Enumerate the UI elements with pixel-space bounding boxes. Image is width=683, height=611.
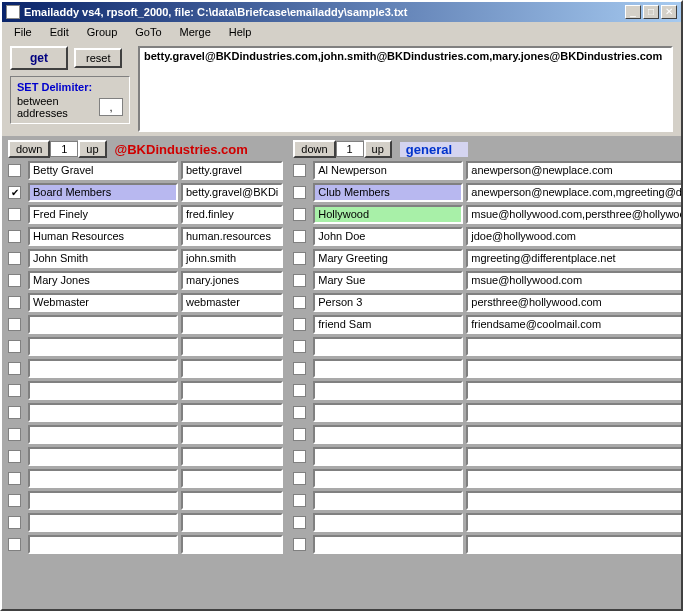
row-checkbox[interactable] (8, 406, 21, 419)
name-field[interactable] (28, 337, 178, 356)
row-checkbox[interactable] (8, 318, 21, 331)
row-checkbox[interactable] (293, 362, 306, 375)
email-field[interactable] (181, 513, 283, 532)
row-checkbox[interactable] (8, 494, 21, 507)
name-field[interactable] (28, 491, 178, 510)
email-field[interactable]: friendsame@coolmail.com (466, 315, 681, 334)
name-field[interactable] (28, 425, 178, 444)
email-field[interactable] (466, 447, 681, 466)
email-field[interactable] (466, 469, 681, 488)
row-checkbox[interactable] (8, 340, 21, 353)
menu-edit[interactable]: Edit (42, 24, 77, 40)
row-checkbox[interactable] (293, 450, 306, 463)
name-field[interactable]: Al Newperson (313, 161, 463, 180)
row-checkbox[interactable] (8, 362, 21, 375)
row-checkbox[interactable] (293, 340, 306, 353)
email-field[interactable]: mgreeting@differentplace.net (466, 249, 681, 268)
row-checkbox[interactable] (8, 516, 21, 529)
name-field[interactable] (28, 469, 178, 488)
name-field[interactable] (313, 381, 463, 400)
row-checkbox[interactable] (293, 186, 306, 199)
row-checkbox[interactable] (293, 230, 306, 243)
email-field[interactable]: anewperson@newplace.com,mgreeting@dif (466, 183, 681, 202)
row-checkbox[interactable] (8, 472, 21, 485)
name-field[interactable]: friend Sam (313, 315, 463, 334)
name-field[interactable] (313, 425, 463, 444)
email-field[interactable]: webmaster (181, 293, 283, 312)
menu-group[interactable]: Group (79, 24, 126, 40)
row-checkbox[interactable] (293, 296, 306, 309)
row-checkbox[interactable] (8, 296, 21, 309)
right-down-button[interactable]: down (293, 140, 335, 158)
email-field[interactable]: msue@hollywood.com (466, 271, 681, 290)
name-field[interactable]: Person 3 (313, 293, 463, 312)
email-field[interactable] (466, 359, 681, 378)
get-button[interactable]: get (10, 46, 68, 70)
name-field[interactable]: Betty Gravel (28, 161, 178, 180)
row-checkbox[interactable] (8, 428, 21, 441)
row-checkbox[interactable] (8, 274, 21, 287)
name-field[interactable] (313, 359, 463, 378)
name-field[interactable] (28, 447, 178, 466)
email-field[interactable]: msue@hollywood.com,persthree@hollywood (466, 205, 681, 224)
menu-merge[interactable]: Merge (172, 24, 219, 40)
name-field[interactable]: Club Members (313, 183, 463, 202)
email-field[interactable] (466, 535, 681, 554)
email-field[interactable]: betty.gravel@BKDi (181, 183, 283, 202)
email-field[interactable]: anewperson@newplace.com (466, 161, 681, 180)
email-field[interactable] (181, 337, 283, 356)
name-field[interactable]: Mary Greeting (313, 249, 463, 268)
email-field[interactable] (466, 425, 681, 444)
output-textarea[interactable]: betty.gravel@BKDindustries.com,john.smit… (138, 46, 673, 132)
name-field[interactable]: Mary Sue (313, 271, 463, 290)
menu-file[interactable]: File (6, 24, 40, 40)
name-field[interactable] (313, 447, 463, 466)
row-checkbox[interactable] (293, 164, 306, 177)
name-field[interactable] (313, 535, 463, 554)
row-checkbox[interactable]: ✔ (8, 186, 21, 199)
right-page-input[interactable] (336, 141, 364, 157)
name-field[interactable] (28, 403, 178, 422)
email-field[interactable]: fred.finley (181, 205, 283, 224)
email-field[interactable]: john.smith (181, 249, 283, 268)
email-field[interactable] (181, 535, 283, 554)
menu-help[interactable]: Help (221, 24, 260, 40)
name-field[interactable]: John Doe (313, 227, 463, 246)
email-field[interactable] (181, 425, 283, 444)
row-checkbox[interactable] (8, 208, 21, 221)
row-checkbox[interactable] (293, 516, 306, 529)
name-field[interactable]: John Smith (28, 249, 178, 268)
left-down-button[interactable]: down (8, 140, 50, 158)
email-field[interactable]: betty.gravel (181, 161, 283, 180)
name-field[interactable] (313, 513, 463, 532)
row-checkbox[interactable] (8, 164, 21, 177)
name-field[interactable] (313, 337, 463, 356)
email-field[interactable] (466, 337, 681, 356)
name-field[interactable]: Fred Finely (28, 205, 178, 224)
email-field[interactable] (181, 491, 283, 510)
name-field[interactable]: Mary Jones (28, 271, 178, 290)
row-checkbox[interactable] (293, 494, 306, 507)
name-field[interactable] (313, 403, 463, 422)
name-field[interactable]: Webmaster (28, 293, 178, 312)
row-checkbox[interactable] (8, 252, 21, 265)
email-field[interactable] (181, 381, 283, 400)
minimize-button[interactable]: _ (625, 5, 641, 19)
row-checkbox[interactable] (293, 538, 306, 551)
email-field[interactable] (466, 491, 681, 510)
row-checkbox[interactable] (293, 384, 306, 397)
menu-goto[interactable]: GoTo (127, 24, 169, 40)
delimiter-input[interactable] (99, 98, 123, 116)
email-field[interactable] (181, 403, 283, 422)
row-checkbox[interactable] (293, 318, 306, 331)
right-up-button[interactable]: up (364, 140, 392, 158)
name-field[interactable] (28, 359, 178, 378)
name-field[interactable]: Human Resources (28, 227, 178, 246)
name-field[interactable] (28, 513, 178, 532)
name-field[interactable] (313, 491, 463, 510)
email-field[interactable] (181, 315, 283, 334)
email-field[interactable] (466, 381, 681, 400)
reset-button[interactable]: reset (74, 48, 122, 68)
email-field[interactable]: human.resources (181, 227, 283, 246)
close-button[interactable]: ✕ (661, 5, 677, 19)
